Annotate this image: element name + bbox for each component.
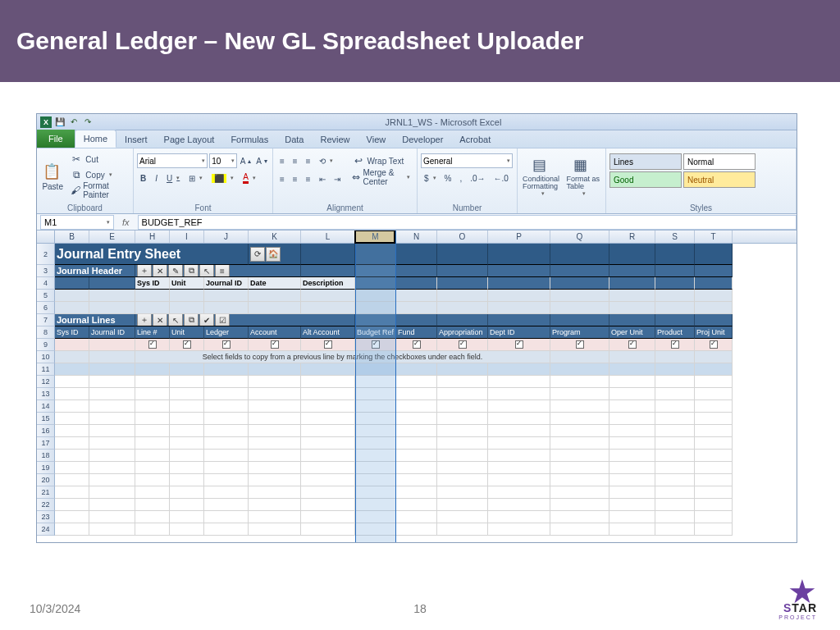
cell[interactable] xyxy=(204,437,249,450)
cell[interactable] xyxy=(488,486,550,499)
border-button[interactable]: ⊞▾ xyxy=(185,171,206,185)
cell[interactable] xyxy=(89,425,135,437)
cell[interactable] xyxy=(355,486,396,499)
cell[interactable] xyxy=(655,244,695,265)
cell[interactable] xyxy=(301,523,355,536)
row-header[interactable]: 7 xyxy=(37,314,55,326)
cell[interactable] xyxy=(550,474,609,486)
journal-header-label[interactable]: Journal Header xyxy=(55,265,135,277)
cell[interactable] xyxy=(655,425,695,437)
cell[interactable] xyxy=(550,265,609,277)
cell[interactable] xyxy=(396,339,437,351)
cell[interactable] xyxy=(135,302,170,314)
cell[interactable] xyxy=(89,462,135,474)
cell[interactable] xyxy=(609,523,655,536)
align-top-button[interactable]: ≡ xyxy=(276,153,288,168)
cell[interactable] xyxy=(655,290,695,302)
copy-field-checkbox[interactable] xyxy=(413,340,421,349)
cut-button[interactable]: ✂Cut xyxy=(66,152,130,167)
cell[interactable] xyxy=(55,523,89,536)
cell[interactable] xyxy=(550,388,609,400)
cell[interactable] xyxy=(437,290,488,302)
col-header-P[interactable]: P xyxy=(488,231,550,243)
cell[interactable] xyxy=(301,265,355,277)
cell[interactable] xyxy=(135,437,170,450)
cell[interactable] xyxy=(204,486,249,499)
home-icon[interactable]: 🏠 xyxy=(266,247,281,262)
cell[interactable] xyxy=(204,462,249,474)
cell[interactable] xyxy=(695,511,733,523)
cell[interactable] xyxy=(355,462,396,474)
cell[interactable] xyxy=(89,523,135,536)
cell[interactable] xyxy=(89,363,135,376)
row-header[interactable]: 3 xyxy=(37,265,55,277)
select-all-corner[interactable] xyxy=(37,231,55,243)
name-box[interactable]: M1▾ xyxy=(40,215,114,230)
row-header[interactable]: 12 xyxy=(37,376,55,388)
cell[interactable] xyxy=(170,462,204,474)
cell[interactable] xyxy=(55,363,89,376)
cell[interactable] xyxy=(488,425,550,437)
cell[interactable] xyxy=(695,400,733,413)
copy-hint-text[interactable]: Select fields to copy from a previous li… xyxy=(135,351,550,363)
cell[interactable] xyxy=(170,363,204,376)
refresh-icon[interactable]: ⟳ xyxy=(250,247,265,262)
col-header-K[interactable]: K xyxy=(249,231,301,243)
cell[interactable] xyxy=(550,499,609,511)
cell[interactable] xyxy=(249,302,301,314)
cell[interactable] xyxy=(249,450,301,462)
cell[interactable] xyxy=(301,400,355,413)
cell[interactable] xyxy=(204,339,249,351)
cell[interactable] xyxy=(170,450,204,462)
percent-button[interactable]: % xyxy=(441,171,455,185)
indent-inc-button[interactable]: ⇥ xyxy=(331,171,344,186)
cell[interactable] xyxy=(655,450,695,462)
cell[interactable] xyxy=(204,363,249,376)
copy-field-checkbox[interactable] xyxy=(372,340,380,349)
style-neutral[interactable]: Neutral xyxy=(683,171,756,188)
cell[interactable] xyxy=(488,244,550,265)
cell[interactable]: Journal Entry Sheet xyxy=(55,244,249,265)
cell[interactable] xyxy=(550,351,609,363)
cell[interactable] xyxy=(301,474,355,486)
cell[interactable] xyxy=(355,376,396,388)
cell[interactable] xyxy=(609,486,655,499)
cell[interactable] xyxy=(249,437,301,450)
cell[interactable] xyxy=(437,413,488,425)
cell[interactable] xyxy=(550,437,609,450)
cell[interactable] xyxy=(135,450,170,462)
cell[interactable] xyxy=(695,302,733,314)
cell[interactable]: ＋✕↖⧉✔☑ xyxy=(135,314,355,326)
cell[interactable] xyxy=(550,486,609,499)
col-header-J[interactable]: J xyxy=(204,231,249,243)
style-good[interactable]: Good xyxy=(609,171,682,188)
cell[interactable] xyxy=(655,388,695,400)
cell[interactable] xyxy=(488,363,550,376)
cell[interactable] xyxy=(437,523,488,536)
cell[interactable] xyxy=(55,499,89,511)
cell[interactable] xyxy=(89,474,135,486)
paste-button[interactable]: 📋 Paste xyxy=(40,150,65,203)
tab-formulas[interactable]: Formulas xyxy=(222,131,276,148)
cell[interactable] xyxy=(655,437,695,450)
cell[interactable] xyxy=(396,462,437,474)
row-header[interactable]: 8 xyxy=(37,326,55,339)
col-header-B[interactable]: B xyxy=(55,231,89,243)
cell[interactable] xyxy=(609,302,655,314)
cell[interactable] xyxy=(396,425,437,437)
cell[interactable] xyxy=(396,437,437,450)
cell[interactable] xyxy=(170,474,204,486)
cell[interactable] xyxy=(655,486,695,499)
cell[interactable] xyxy=(204,474,249,486)
cell[interactable] xyxy=(488,339,550,351)
header-col-description[interactable]: Description xyxy=(301,277,355,290)
cell[interactable] xyxy=(609,388,655,400)
cell[interactable] xyxy=(55,277,89,290)
row-header[interactable]: 5 xyxy=(37,290,55,302)
cell[interactable] xyxy=(355,363,396,376)
col-header-T[interactable]: T xyxy=(695,231,733,243)
cell[interactable] xyxy=(488,277,550,290)
cell[interactable] xyxy=(170,486,204,499)
cell[interactable] xyxy=(301,511,355,523)
line-col-oper-unit[interactable]: Oper Unit xyxy=(609,326,655,339)
